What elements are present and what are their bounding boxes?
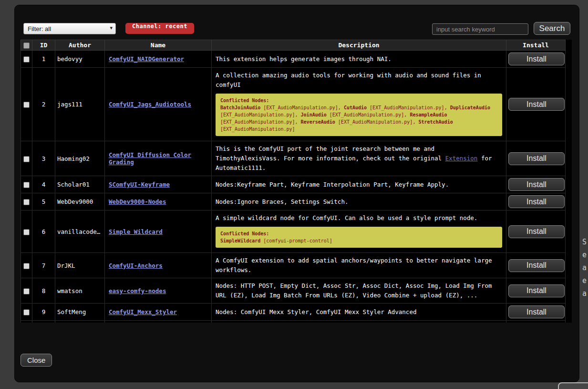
row-description: Nodes: ComfyUI Mexx Styler, ComfyUI Mexx… (212, 304, 506, 321)
row-checkbox[interactable] (23, 102, 30, 108)
row-id: 2 (32, 68, 55, 141)
column-header-name: Name (105, 40, 212, 51)
row-id: 10 (32, 321, 55, 323)
node-name-link[interactable]: easy-comfy-nodes (109, 287, 166, 294)
search-input[interactable] (432, 23, 528, 35)
search-button[interactable]: Search (534, 22, 570, 35)
row-checkbox[interactable] (23, 229, 30, 235)
install-button[interactable]: Install (508, 178, 565, 191)
table-row: 6 vanillacode… Simple Wildcard A simple … (21, 210, 566, 253)
row-author: wmatson (55, 278, 105, 304)
table-row: 2 jags111 ComfyUI_Jags_Audiotools A coll… (21, 68, 566, 141)
extension-link[interactable]: Extension (445, 155, 478, 162)
filter-select-wrap: Filter: all ▾ (23, 23, 116, 34)
node-name-link[interactable]: ComfyUI_Mexx_Styler (109, 308, 177, 315)
table-row: 3 Haoming02 ComfyUI Diffusion Color Grad… (21, 141, 566, 176)
row-checkbox[interactable] (23, 309, 30, 315)
install-button[interactable]: Install (508, 152, 565, 165)
row-author: bedovyy (55, 51, 105, 68)
install-button[interactable]: Install (508, 195, 565, 208)
node-name-link[interactable]: ComfyUI Diffusion Color Grading (109, 151, 191, 166)
row-author: zcfrank1st (55, 321, 105, 323)
row-description: Nodes: Yolov8Detection, Yolov8Segmentati… (212, 321, 506, 323)
row-description: This extension helps generate images thr… (212, 51, 506, 68)
row-checkbox[interactable] (23, 182, 30, 188)
row-description: Nodes:Ignore Braces, Settings Switch. (212, 193, 506, 210)
column-header-id: ID (32, 40, 55, 51)
table-row: 9 SoftMeng ComfyUI_Mexx_Styler Nodes: Co… (21, 304, 566, 321)
row-description: Nodes:Keyframe Part, Keyframe Interpolat… (212, 176, 506, 193)
row-id: 9 (32, 304, 55, 321)
node-name-link[interactable]: ComfyUI_Jags_Audiotools (109, 101, 191, 108)
table-row: 7 DrJKL ComfyUI-Anchors A ComfyUI extens… (21, 253, 566, 278)
column-header-author: Author (55, 40, 105, 51)
filter-select[interactable]: Filter: all (23, 23, 116, 34)
node-name-link[interactable]: WebDev9000-Nodes (109, 198, 166, 205)
install-custom-nodes-dialog: Filter: all ▾ Channel: recent Search ID … (14, 5, 579, 382)
row-id: 7 (32, 253, 55, 278)
table-row: 1 bedovyy ComfyUI_NAIDGenerator This ext… (21, 51, 566, 68)
row-author: vanillacode… (55, 210, 105, 253)
row-checkbox[interactable] (23, 199, 30, 205)
table-row: 8 wmatson easy-comfy-nodes Nodes: HTTP P… (21, 278, 566, 304)
table-row: 10 zcfrank1st ComfyUI Yolov8 Nodes: Yolo… (21, 321, 566, 323)
install-button[interactable]: Install (508, 98, 565, 111)
row-id: 4 (32, 176, 55, 193)
column-header-install: Install (506, 40, 566, 51)
clipped-background-button (558, 382, 588, 389)
install-button[interactable]: Install (508, 284, 565, 297)
row-description: This is the ComfyUI port of the joint re… (212, 141, 506, 176)
row-author: Haoming02 (55, 141, 105, 176)
conflict-nodes-box: Conflicted Nodes: SimpleWildcard [comfyu… (216, 227, 502, 248)
node-name-link[interactable]: ComfyUI_NAIDGenerator (109, 55, 184, 63)
row-id: 3 (32, 141, 55, 176)
custom-nodes-table: ID Author Name Description Install 1 bed… (21, 40, 566, 323)
row-author: SoftMeng (55, 304, 105, 321)
install-button[interactable]: Install (508, 53, 565, 65)
node-name-link[interactable]: Simple Wildcard (109, 228, 163, 235)
install-button[interactable]: Install (508, 225, 565, 238)
node-name-link[interactable]: SComfyUI-Keyframe (109, 181, 170, 188)
install-button[interactable]: Install (508, 305, 565, 318)
channel-badge: Channel: recent (125, 23, 194, 34)
node-name-link[interactable]: ComfyUI-Anchors (109, 262, 163, 269)
table-row: 5 WebDev9000 WebDev9000-Nodes Nodes:Igno… (21, 193, 566, 210)
custom-nodes-table-scroll[interactable]: ID Author Name Description Install 1 bed… (21, 40, 572, 323)
row-description: A collection amazing audio tools for wor… (212, 68, 506, 141)
row-author: Scholar01 (55, 176, 105, 193)
row-id: 8 (32, 278, 55, 304)
row-checkbox[interactable] (23, 288, 30, 294)
install-button[interactable]: Install (508, 259, 565, 272)
table-header-row: ID Author Name Description Install (21, 40, 566, 51)
conflict-nodes-box: Conflicted Nodes: BatchJoinAudio [EXT_Au… (216, 94, 502, 136)
table-row: 4 Scholar01 SComfyUI-Keyframe Nodes:Keyf… (21, 176, 566, 193)
row-id: 5 (32, 193, 55, 210)
row-checkbox[interactable] (23, 263, 30, 269)
row-checkbox[interactable] (23, 56, 30, 63)
row-description: Nodes: HTTP POST, Empty Dict, Assoc Str,… (212, 278, 506, 304)
row-description: A ComfyUI extension to add spatial ancho… (212, 253, 506, 278)
row-author: jags111 (55, 68, 105, 141)
row-description: A simple wildcard node for ComfyUI. Can … (212, 210, 506, 253)
select-all-checkbox[interactable] (23, 42, 30, 49)
close-button[interactable]: Close (21, 354, 52, 367)
column-header-description: Description (212, 40, 506, 51)
row-author: DrJKL (55, 253, 105, 278)
row-author: WebDev9000 (55, 193, 105, 210)
row-id: 1 (32, 51, 55, 68)
row-id: 6 (32, 210, 55, 253)
row-checkbox[interactable] (23, 156, 30, 162)
clipped-background-text: S e a e a (582, 236, 587, 300)
